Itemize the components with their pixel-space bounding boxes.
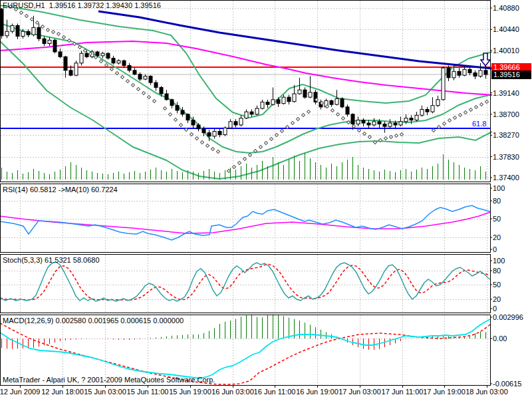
chart-title: EURUSD,H1 1.39516 1.39732 1.39430 1.3951… — [3, 1, 161, 9]
candle-body — [335, 98, 338, 104]
candle-body — [250, 112, 253, 114]
candle-body — [149, 76, 152, 83]
sar-dot — [291, 121, 294, 124]
candle-body — [96, 52, 99, 56]
candle-body — [207, 133, 211, 136]
rsi-axis-label: 80 — [493, 197, 531, 205]
ma-magenta-line — [0, 41, 492, 95]
sar-dot — [57, 32, 60, 35]
sar-dot — [131, 83, 134, 86]
ma-darkblue-line — [98, 11, 492, 68]
candle-body — [309, 92, 312, 97]
sar-dot — [51, 30, 55, 33]
stoch-axis-label: 20 — [493, 295, 531, 303]
candle-body — [101, 53, 104, 56]
candle-body — [463, 69, 466, 75]
price-axis-label: 1.37400 — [493, 174, 531, 182]
candle-body — [202, 129, 205, 133]
price-axis-label: 1.38700 — [493, 110, 531, 118]
candle-body — [218, 131, 221, 134]
candle-body — [415, 115, 418, 120]
sar-dot — [280, 129, 283, 132]
candle-body — [367, 123, 370, 125]
candle-body — [43, 39, 46, 43]
sar-dot — [25, 14, 28, 17]
rsi-panel-border — [1, 184, 491, 253]
candle-body — [165, 94, 168, 100]
candle-body — [37, 27, 41, 39]
metatrader-chart-window: EURUSD,H1 1.39516 1.39732 1.39430 1.3951… — [0, 0, 532, 399]
sar-dot — [458, 113, 462, 116]
candle-body — [85, 53, 88, 57]
rsi-axis-label: 0 — [493, 245, 531, 253]
candle-body — [74, 63, 78, 75]
macd-panel-border — [1, 315, 491, 386]
candle-body — [239, 118, 243, 125]
candle-body — [69, 70, 72, 75]
candle-body — [192, 120, 195, 125]
candle-body — [303, 90, 307, 97]
sar-dot — [296, 117, 299, 120]
candle-body — [410, 118, 413, 120]
sar-dot — [216, 150, 219, 153]
sar-dot — [389, 135, 392, 138]
candle-body — [133, 70, 136, 74]
sar-dot — [464, 110, 467, 114]
sar-dot — [394, 134, 398, 137]
sar-dot — [336, 112, 339, 116]
sar-dot — [30, 17, 33, 21]
candle-body — [122, 61, 126, 65]
sar-dot — [442, 122, 446, 125]
candle-body — [362, 120, 365, 123]
sar-dot — [479, 102, 483, 106]
candle-body — [160, 87, 163, 94]
candle-body — [213, 131, 216, 136]
candle-body — [452, 71, 456, 78]
candle-body — [282, 97, 285, 104]
sar-dot — [362, 132, 366, 135]
candle-body — [138, 74, 142, 79]
sar-dot — [104, 63, 108, 66]
candle-body — [48, 40, 51, 43]
price-axis-label: 1.38270 — [493, 131, 531, 139]
sar-dot — [237, 161, 241, 164]
candle-body — [197, 125, 200, 129]
sar-dot — [46, 28, 49, 31]
sar-dot — [301, 113, 305, 116]
stoch-axis-label: 80 — [493, 267, 531, 275]
candle-body — [11, 25, 14, 31]
candle-body — [351, 114, 354, 124]
price-axis-label: 1.39140 — [493, 89, 531, 97]
candle-body — [223, 128, 227, 134]
candle-body — [181, 110, 184, 114]
candle-body — [383, 124, 386, 126]
sar-dot — [469, 108, 472, 111]
candle-body — [431, 106, 434, 112]
candle-body — [21, 31, 25, 36]
sar-dot — [179, 123, 182, 126]
candle-body — [53, 40, 57, 52]
macd-axis-label: 0.00 — [493, 334, 531, 342]
candle-body — [154, 82, 158, 87]
macd-line — [0, 319, 490, 378]
candle-body — [170, 100, 174, 106]
sar-dot — [205, 144, 209, 147]
macd-label: MACD(12,26,9) 0.002580 0.001965 0.000615… — [3, 317, 184, 325]
candle-body — [340, 98, 344, 106]
sar-dot — [331, 108, 334, 112]
candle-body — [473, 73, 477, 76]
sar-dot — [341, 116, 344, 120]
candle-body — [346, 107, 349, 114]
candle-body — [64, 57, 67, 70]
sar-dot — [168, 112, 172, 116]
chart-canvas[interactable] — [0, 0, 492, 399]
sar-dot — [211, 147, 214, 150]
sar-dot — [269, 137, 273, 140]
sar-dot — [120, 75, 124, 78]
macd-axis-label: 0.002996 — [493, 313, 531, 321]
candle-body — [479, 70, 482, 76]
sar-dot — [152, 99, 156, 102]
candle-body — [293, 94, 296, 102]
stoch-label: Stoch(5,3,3) 61.5321 58.0680 — [3, 256, 100, 264]
candle-body — [287, 97, 291, 102]
